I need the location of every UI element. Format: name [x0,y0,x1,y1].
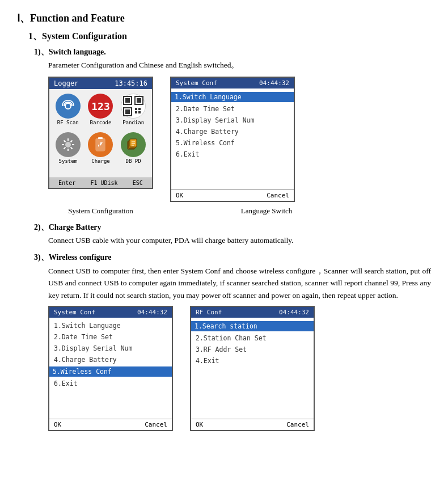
svg-rect-4 [137,98,141,103]
caption1-text: System Configuration [68,207,133,216]
charge-icon [88,132,113,157]
logger-icons-row-top: RF Scan 123 Barcode [49,89,152,128]
footer-enter: Enter [58,180,75,186]
panel-ok: OK [176,192,183,199]
svg-rect-8 [138,108,141,110]
logger-spacer [49,166,152,178]
rf-panel-cancel: Cancel [286,421,309,428]
footer-f1: F1 UDisk [90,180,117,186]
sysconflang-body: 1.Switch Language 2.Date Time Set 3.Disp… [171,89,294,185]
sysconfwireless-header: System Conf 04:44:32 [49,307,172,318]
svg-rect-6 [125,109,130,114]
svg-point-0 [65,103,71,109]
section1-title: 1、System Configuration [28,31,431,43]
rf-scan-icon-item: RF Scan [56,94,81,125]
svg-rect-7 [135,108,137,110]
logger-title: Logger [54,79,78,87]
sub1-title: 1)、Switch language. [34,47,431,57]
pandian-label: Pandian [122,120,144,125]
pandian-icon-item: Pandian [121,94,146,125]
logger-icons-row-bottom: System Charge [49,128,152,166]
sysconfwireless-body: 1.Switch Language 2.Date Time Set 3.Disp… [49,318,172,414]
dbpd-label: DB PD [126,158,141,164]
w-menu-item-1: 1.Switch Language [49,320,172,331]
logger-device-screen: Logger 13:45:16 RF Scan 123 [48,77,153,189]
caption2-text: Language Switch [241,207,293,216]
w-menu-item-6: 6.Exit [49,378,172,389]
rf-menu-item-4: 4.Exit [191,355,314,366]
rfconf-panel: RF Conf 04:44:32 1.Search station 2.Stat… [190,306,315,431]
dbpd-icon [121,132,146,157]
rf-menu-item-1-highlight: 1.Search station [191,321,314,331]
sysconflang-header: System Conf 04:44:32 [171,78,294,89]
sysconflang-footer: OK Cancel [171,189,294,201]
sysconfwireless-title: System Conf [54,309,95,316]
charge-label: Charge [91,158,110,164]
rf-panel-ok: OK [196,421,203,428]
system-label: System [59,158,78,164]
menu-item-1-highlight: 1.Switch Language [171,92,294,102]
charge-icon-item: Charge [88,132,113,164]
sub2-title: 2)、Charge Battery [34,222,431,233]
sysconfwireless-panel: System Conf 04:44:32 1.Switch Language 2… [48,306,173,431]
screenshots-row: Logger 13:45:16 RF Scan 123 [48,77,431,202]
rf-scan-label: RF Scan [57,120,79,125]
menu-item-3: 3.Display Serial Num [171,115,294,126]
rfconf-title: RF Conf [196,309,222,316]
sysconflang-panel: System Conf 04:44:32 1.Switch Language 2… [170,77,295,202]
footer-esc: ESC [133,180,143,186]
w-menu-item-4: 4.Charge Battery [49,354,172,365]
rfconf-header: RF Conf 04:44:32 [191,307,314,318]
w-menu-item-2: 2.Date Time Set [49,331,172,343]
svg-rect-2 [125,98,130,103]
system-icon [56,132,81,157]
barcode-icon: 123 [88,94,113,119]
sysconfwireless-time: 04:44:32 [137,309,167,316]
pandian-icon [121,94,146,119]
logger-header: Logger 13:45:16 [49,78,152,89]
w-panel-ok: OK [54,421,61,428]
svg-rect-16 [130,139,137,147]
barcode-label: Barcode [90,120,112,125]
rf-scan-icon [56,94,81,119]
sub1-desc: Parameter Configuration and Chinese and … [48,60,431,71]
system-icon-item: System [56,132,81,164]
svg-point-11 [65,142,71,148]
rfconf-time: 04:44:32 [279,309,309,316]
w-panel-cancel: Cancel [145,421,167,428]
rfconf-footer: OK Cancel [191,419,314,430]
sysconflang-title: System Conf [176,79,217,87]
svg-rect-13 [98,137,103,139]
menu-item-5: 5.Wireless Conf [171,137,294,149]
sub3-title: 3)、Wireless configure [34,252,431,263]
rfconf-body: 1.Search station 2.Station Chan Set 3.RF… [191,318,314,414]
main-title: Ⅰ、Function and Feature [17,11,431,25]
barcode-icon-item: 123 Barcode [88,94,113,125]
caption1-container: System Configuration [48,207,153,216]
rf-menu-item-3: 3.RF Addr Set [191,344,314,355]
sysconflang-time: 04:44:32 [259,79,289,87]
svg-rect-10 [138,111,141,113]
menu-item-4: 4.Charge Battery [171,126,294,137]
menu-item-2: 2.Date Time Set [171,103,294,115]
sysconfwireless-footer: OK Cancel [49,419,172,430]
svg-rect-9 [135,111,137,113]
sub2-desc: Connect USB cable with your computer, PD… [48,235,431,246]
rf-menu-item-2: 2.Station Chan Set [191,332,314,344]
panel-cancel: Cancel [267,192,289,199]
logger-footer: Enter F1 UDisk ESC [49,178,152,188]
caption2-container: Language Switch [204,207,329,216]
logger-time: 13:45:16 [115,79,147,87]
dbpd-icon-item: DB PD [121,132,146,164]
bottom-screenshots: System Conf 04:44:32 1.Switch Language 2… [48,306,431,431]
w-menu-item-3: 3.Display Serial Num [49,343,172,354]
w-menu-item-5-highlight: 5.Wireless Conf [49,366,172,377]
screenshot-captions: System Configuration Language Switch [48,207,431,216]
menu-item-6: 6.Exit [171,149,294,160]
sub3-desc: Connect USB to computer first, then ente… [48,265,431,302]
